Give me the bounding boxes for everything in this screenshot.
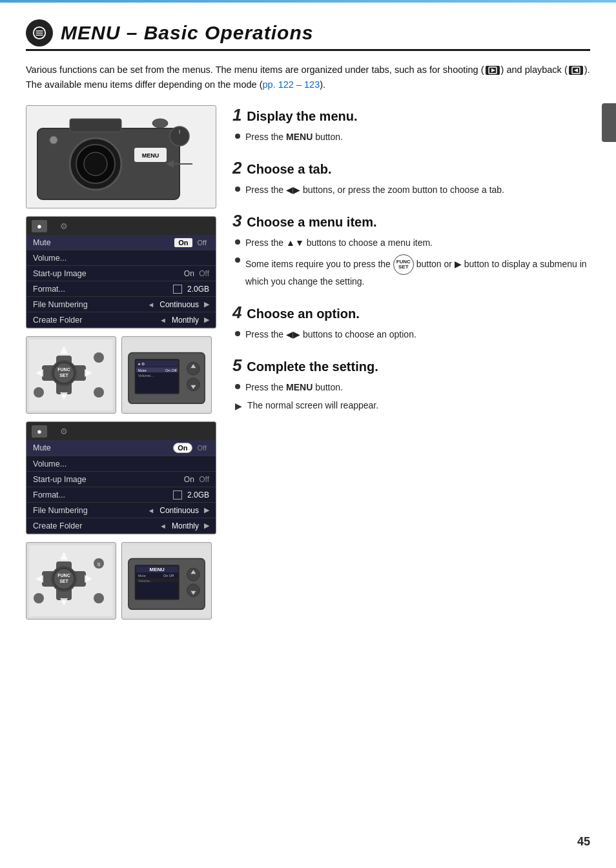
svg-point-32 <box>94 387 104 398</box>
button-panels-2: FUNC SET S <box>26 542 220 620</box>
mute-row-2: Mute On Off <box>26 440 216 456</box>
step-5-number: 5 <box>232 356 241 375</box>
step-1-title: Display the menu. <box>247 109 357 123</box>
dpad-svg-right-2: MENU Mute On Off Volume... <box>122 545 211 616</box>
bullet-dot <box>235 134 240 139</box>
svg-text:Volume...: Volume... <box>138 579 153 583</box>
svg-point-46 <box>187 378 200 391</box>
arrow-indicator: ▶ <box>235 399 242 413</box>
page-header: MENU – Basic Operations <box>26 19 590 51</box>
svg-text:MENU: MENU <box>150 567 165 573</box>
svg-point-15 <box>50 136 57 144</box>
top-accent-line <box>0 0 616 3</box>
svg-point-61 <box>94 593 104 603</box>
svg-point-69 <box>187 569 200 581</box>
step-5-bullet-1: Press the MENU button. <box>235 381 590 394</box>
svg-text:● ⚙: ● ⚙ <box>138 363 145 367</box>
create-folder-row-2: Create Folder ◄ Monthly ▶ <box>26 518 216 534</box>
svg-point-71 <box>187 584 200 597</box>
svg-text:FUNC: FUNC <box>57 367 70 372</box>
page-title: MENU – Basic Operations <box>61 22 313 44</box>
svg-text:S: S <box>97 561 100 567</box>
side-tab <box>602 103 616 142</box>
camera-tab: ● <box>32 220 47 232</box>
bullet-dot-6 <box>235 384 240 389</box>
step-4-bullet-1: Press the ◀▶ buttons to choose an option… <box>235 328 590 341</box>
settings-tab-icon-2: ⚙ <box>60 427 68 436</box>
camera-tab-2: ● <box>32 425 47 438</box>
camera-svg-1: MENU <box>31 109 212 205</box>
svg-text:Volume...: Volume... <box>138 374 154 378</box>
svg-point-31 <box>34 387 44 398</box>
step-3-heading: 3 Choose a menu item. <box>232 211 590 231</box>
format-row-2: Format... 2.0GB <box>26 487 216 503</box>
svg-rect-12 <box>70 119 121 132</box>
func-set-badge: FUNCSET <box>393 254 414 275</box>
dpad-svg-right-1: ● ⚙ Mute On Off Volume... <box>122 339 211 410</box>
button-panels-1: FUNC SET <box>26 336 220 414</box>
svg-point-44 <box>187 363 200 376</box>
step-2-number: 2 <box>232 158 241 177</box>
intro-text: Various functions can be set from the me… <box>26 63 590 92</box>
file-numbering-row: File Numbering ◄ Continuous ▶ <box>26 297 216 312</box>
menu-icon-svg <box>32 26 46 40</box>
menu-bold-1: MENU <box>286 132 313 142</box>
svg-text:Mute: Mute <box>138 368 147 372</box>
step-5-heading: 5 Complete the setting. <box>232 356 590 376</box>
dpad-left-panel: FUNC SET <box>26 336 116 414</box>
camera-image-1: MENU <box>26 105 216 208</box>
step-3-number: 3 <box>232 211 241 230</box>
step-1-heading: 1 Display the menu. <box>232 105 590 125</box>
svg-text:MENU: MENU <box>141 152 159 159</box>
bullet-dot-3 <box>235 239 240 245</box>
step-5-bullet-2: ▶ The normal screen will reappear. <box>235 399 590 413</box>
step-3: 3 Choose a menu item. Press the ▲▼ butto… <box>232 211 590 288</box>
svg-rect-3 <box>36 35 43 35</box>
menu-tab-bar-1: ● ⚙ <box>26 217 216 235</box>
svg-text:SET: SET <box>59 579 68 583</box>
svg-point-62 <box>34 593 44 603</box>
format-row: Format... 2.0GB <box>26 281 216 297</box>
mute-row: Mute On Off <box>26 235 216 250</box>
dpad-right-panel-1: ● ⚙ Mute On Off Volume... <box>121 336 212 414</box>
dpad-right-panel-2: MENU Mute On Off Volume... <box>121 542 212 620</box>
file-numbering-row-2: File Numbering ◄ Continuous ▶ <box>26 503 216 518</box>
svg-text:On Off: On Off <box>163 574 174 578</box>
menu-screen-1: ● ⚙ Mute On Off <box>26 216 216 328</box>
menu-rows-2: Mute On Off Volume... Start-up Image <box>26 440 216 534</box>
menu-circle-icon <box>26 19 53 46</box>
step-5-title: Complete the setting. <box>247 359 378 374</box>
volume-row: Volume... <box>26 250 216 266</box>
step-2-body: Press the ◀▶ buttons, or press the zoom … <box>232 183 590 197</box>
svg-point-30 <box>94 352 104 363</box>
step-4-number: 4 <box>232 303 241 322</box>
camera-tab-icon-2: ● <box>37 427 42 436</box>
create-folder-row: Create Folder ◄ Monthly ▶ <box>26 312 216 328</box>
menu-screen-2: ● ⚙ Mute On Off <box>26 421 216 534</box>
menu-bold-2: MENU <box>286 382 313 392</box>
startup-image-row: Start-up Image On Off <box>26 266 216 281</box>
step-2-heading: 2 Choose a tab. <box>232 158 590 178</box>
dpad-left-panel-2: FUNC SET S <box>26 542 116 620</box>
svg-text:On Off: On Off <box>165 368 177 372</box>
page-reference-link[interactable]: pp. 122 – 123 <box>263 79 320 90</box>
step-3-body: Press the ▲▼ buttons to choose a menu it… <box>232 236 590 288</box>
settings-tab: ⚙ <box>57 219 70 232</box>
step-2-title: Choose a tab. <box>247 162 331 176</box>
svg-point-11 <box>84 152 107 176</box>
camera-tab-icon: ● <box>37 221 42 231</box>
svg-text:SET: SET <box>59 373 68 378</box>
svg-text:FUNC: FUNC <box>57 573 70 578</box>
step-1-bullet-1: Press the MENU button. <box>235 130 590 144</box>
step-4-heading: 4 Choose an option. <box>232 303 590 323</box>
step-2: 2 Choose a tab. Press the ◀▶ buttons, or… <box>232 158 590 197</box>
settings-tab-2: ⚙ <box>57 425 70 438</box>
step-4-title: Choose an option. <box>247 307 359 321</box>
step-5: 5 Complete the setting. Press the MENU b… <box>232 356 590 413</box>
page: MENU – Basic Operations Various function… <box>0 0 616 868</box>
step-4-body: Press the ◀▶ buttons to choose an option… <box>232 328 590 341</box>
left-column: MENU <box>26 105 220 627</box>
content-area: MENU <box>26 105 590 627</box>
step-1: 1 Display the menu. Press the MENU butto… <box>232 105 590 144</box>
right-column: 1 Display the menu. Press the MENU butto… <box>232 105 590 627</box>
